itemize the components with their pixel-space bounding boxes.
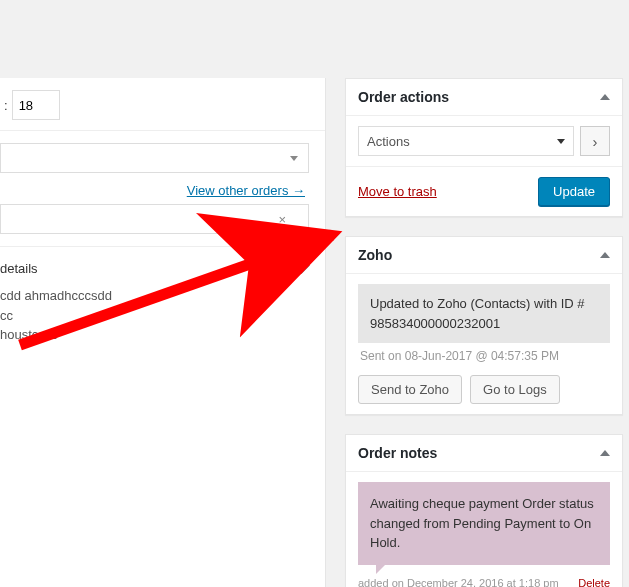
order-note: Awaiting cheque payment Order status cha… (358, 482, 610, 565)
minute-input[interactable] (12, 90, 60, 120)
time-colon: : (4, 98, 8, 113)
billing-address: cdd ahmadhcccsdd cc houstcccc (0, 284, 325, 363)
details-heading: details (0, 261, 38, 276)
move-to-trash-link[interactable]: Move to trash (358, 184, 437, 199)
clear-x-icon[interactable]: × (278, 212, 286, 227)
chevron-right-icon: › (593, 133, 598, 150)
view-other-orders-link[interactable]: View other orders → (187, 183, 305, 198)
collapse-toggle-icon[interactable] (600, 252, 610, 258)
customer-select[interactable] (0, 143, 309, 173)
delete-note-link[interactable]: Delete (578, 577, 610, 588)
zoho-panel: Zoho Updated to Zoho (Contacts) with ID … (345, 236, 623, 415)
panel-title: Order notes (358, 445, 437, 461)
send-to-zoho-button[interactable]: Send to Zoho (358, 375, 462, 404)
zoho-status-message: Updated to Zoho (Contacts) with ID # 985… (358, 284, 610, 343)
panel-title: Zoho (358, 247, 392, 263)
collapse-toggle-icon[interactable] (600, 94, 610, 100)
order-notes-panel: Order notes Awaiting cheque payment Orde… (345, 434, 623, 587)
update-button[interactable]: Update (538, 177, 610, 206)
order-actions-panel: Order actions Actions › Move to trash Up… (345, 78, 623, 217)
actions-select[interactable]: Actions (358, 126, 574, 156)
select-label: Actions (367, 134, 410, 149)
order-edit-main: : View other orders → × details cdd ahma… (0, 78, 326, 587)
chevron-down-icon (557, 139, 565, 144)
secondary-select[interactable]: × (0, 204, 309, 234)
edit-pencil-icon[interactable] (297, 262, 311, 276)
panel-title: Order actions (358, 89, 449, 105)
note-timestamp: added on December 24, 2016 at 1:18 pm (358, 577, 559, 588)
address-line: cdd ahmadhcccsdd (0, 286, 325, 306)
go-to-logs-button[interactable]: Go to Logs (470, 375, 560, 404)
address-line: cc (0, 306, 325, 326)
apply-action-button[interactable]: › (580, 126, 610, 156)
address-line: houstcccc (0, 325, 325, 345)
zoho-sent-timestamp: Sent on 08-Jun-2017 @ 04:57:35 PM (358, 343, 610, 375)
collapse-toggle-icon[interactable] (600, 450, 610, 456)
chevron-down-icon (290, 156, 298, 161)
